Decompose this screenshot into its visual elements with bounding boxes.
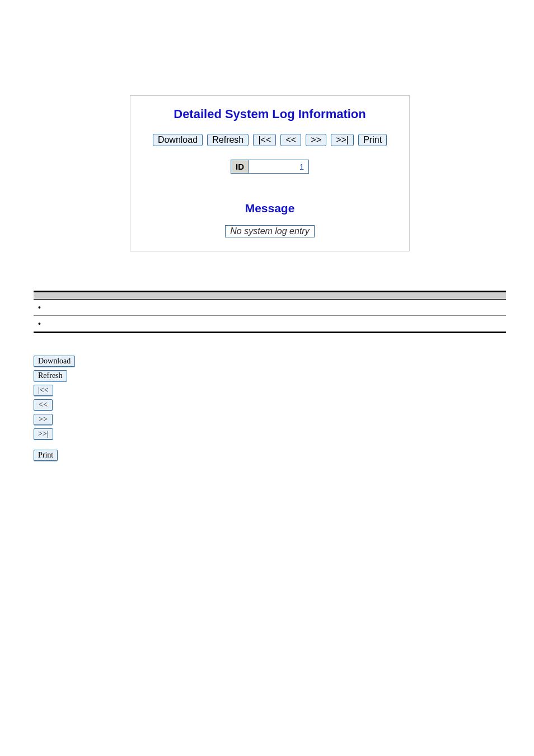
download-icon: Download <box>34 356 75 367</box>
refresh-icon: Refresh <box>34 370 67 381</box>
list-item: Print <box>34 450 506 461</box>
refresh-button[interactable]: Refresh <box>207 134 249 146</box>
table-row <box>34 300 506 316</box>
row-desc <box>138 316 507 333</box>
next-button[interactable]: >> <box>306 134 326 146</box>
panel-title: Detailed System Log Information <box>137 107 402 122</box>
list-item: Refresh <box>34 370 506 381</box>
list-item: >> <box>34 414 506 425</box>
list-item: Download <box>34 356 506 367</box>
print-icon: Print <box>34 450 58 461</box>
print-button[interactable]: Print <box>358 134 387 146</box>
parameter-table <box>34 291 506 333</box>
prev-icon: << <box>34 399 53 410</box>
first-icon: |<< <box>34 385 53 396</box>
row-term <box>34 316 138 333</box>
message-heading: Message <box>137 202 402 215</box>
first-button[interactable]: |<< <box>253 134 276 146</box>
list-item: |<< <box>34 385 506 396</box>
syslog-panel: Detailed System Log Information Download… <box>130 95 410 251</box>
last-icon: >>| <box>34 428 53 440</box>
table-row <box>34 316 506 333</box>
id-label: ID <box>231 160 249 174</box>
panel-button-row: Download Refresh |<< << >> >>| Print <box>137 134 402 146</box>
button-list: Download Refresh |<< << >> >>| Print <box>34 356 506 461</box>
message-content: No system log entry <box>225 225 314 237</box>
row-desc <box>138 300 507 316</box>
prev-button[interactable]: << <box>280 134 301 146</box>
row-term <box>34 300 138 316</box>
list-item: << <box>34 399 506 410</box>
download-button[interactable]: Download <box>153 134 203 146</box>
id-value: 1 <box>249 160 309 174</box>
th-description <box>138 292 507 300</box>
th-object <box>34 292 138 300</box>
last-button[interactable]: >>| <box>331 134 354 146</box>
next-icon: >> <box>34 414 53 425</box>
id-field: ID 1 <box>231 160 309 174</box>
list-item: >>| <box>34 428 506 440</box>
